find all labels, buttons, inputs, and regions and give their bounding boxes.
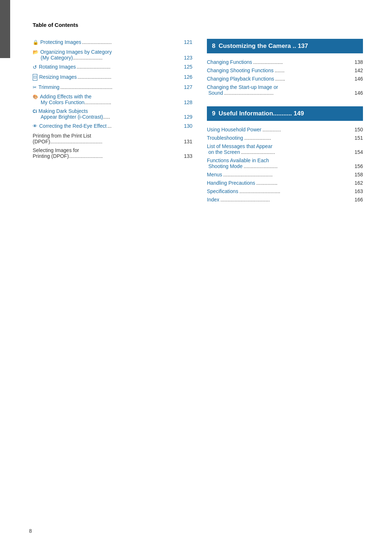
index-title: Index xyxy=(207,197,219,203)
changing-playback-title: Changing Playback Functions xyxy=(207,76,274,82)
selecting-images-subtitle: Printing (DPOF) xyxy=(33,153,69,159)
rotate-icon: ↺ xyxy=(33,64,37,71)
redeye-dots: ... xyxy=(107,123,181,130)
right-column: 8 Customizing the Camera .. 137 Changing… xyxy=(207,39,363,205)
changing-startup-page: 146 xyxy=(350,90,363,96)
menus-dots: ................................... xyxy=(222,172,350,177)
troubleshooting-dots: ................... xyxy=(243,135,350,141)
toc-item-specifications: Specifications .........................… xyxy=(207,188,363,194)
rotating-images-text-area: Rotating Images ........................… xyxy=(39,64,192,71)
toc-item-troubleshooting: Troubleshooting ................... 151 xyxy=(207,135,363,141)
changing-playback-dots: ....... xyxy=(274,76,350,82)
changing-functions-page: 138 xyxy=(350,59,363,65)
adding-effects-page: 128 xyxy=(181,99,192,105)
section-8-num: 8 xyxy=(212,42,215,49)
table-of-contents-header: Table of Contents xyxy=(29,22,363,28)
toc-item-rotating-images: ↺ Rotating Images ......................… xyxy=(33,64,192,71)
functions-available-page: 156 xyxy=(350,163,363,169)
section-spacer xyxy=(207,98,363,106)
toc-item-handling-precautions: Handling Precautions ............... 162 xyxy=(207,180,363,186)
toc-item-index: Index ..................................… xyxy=(207,197,363,203)
functions-available-subtitle: Shooting Mode xyxy=(208,163,242,169)
toc-item-list-messages: List of Messages that Appear on the Scre… xyxy=(207,143,363,155)
section-9-box: 9 Useful Information........... 149 xyxy=(207,106,363,121)
toc-item-organizing-images: 📂 Organizing Images by Category (My Cate… xyxy=(33,49,192,61)
list-messages-dots: ........................ xyxy=(240,149,350,155)
household-power-page: 150 xyxy=(350,127,363,132)
list-messages-title: List of Messages that Appear xyxy=(207,143,273,149)
making-dark-line1: Ci Making Dark Subjects xyxy=(33,108,192,114)
selecting-images-dots: ........................ xyxy=(69,153,181,159)
changing-shooting-dots: ....... xyxy=(274,68,350,73)
resizing-images-title: Resizing Images xyxy=(39,74,77,81)
changing-shooting-page: 142 xyxy=(350,68,363,73)
trimming-title: Trimming xyxy=(38,84,60,91)
section-8-title: Customizing the Camera .. 137 xyxy=(219,42,308,49)
rotating-images-page: 125 xyxy=(181,64,192,71)
redeye-title: Correcting the Red-Eye Effect xyxy=(39,123,107,130)
section-8-box: 8 Customizing the Camera .. 137 xyxy=(207,39,363,53)
index-dots: ................................... xyxy=(219,197,350,203)
functions-available-dots: ........................ xyxy=(242,163,350,169)
section-9-title: Useful Information........... 149 xyxy=(219,110,304,117)
changing-shooting-title: Changing Shooting Functions xyxy=(207,68,274,73)
rotating-images-title: Rotating Images xyxy=(39,64,76,71)
list-messages-page: 154 xyxy=(350,149,363,155)
handling-precautions-dots: ............... xyxy=(255,180,350,186)
organizing-images-line1: 📂 Organizing Images by Category xyxy=(33,49,192,55)
colors-function-icon: 🎨 xyxy=(33,94,38,99)
printing-list-subtitle: (DPOF) xyxy=(33,139,50,144)
adding-effects-dots: ................... xyxy=(85,99,181,105)
trim-icon: ✂ xyxy=(33,84,37,91)
list-messages-line2: on the Screen ........................ 1… xyxy=(207,149,363,155)
toc-item-changing-startup: Changing the Start-up Image or Sound ...… xyxy=(207,84,363,96)
redeye-text-area: Correcting the Red-Eye Effect ... 130 xyxy=(39,123,192,130)
making-dark-line2: Appear Brighter (i-Contrast) ..... 129 xyxy=(33,114,192,120)
left-column: 🔒 Protecting Images ....................… xyxy=(33,39,192,205)
specifications-dots: ............................. xyxy=(238,188,350,194)
footer-page-number: 8 xyxy=(29,528,32,534)
icontrast-icon: Ci xyxy=(33,109,37,114)
printing-list-page: 131 xyxy=(181,139,192,144)
toc-item-redeye: 👁 Correcting the Red-Eye Effect ... 130 xyxy=(33,123,192,130)
trimming-dots: ..................................... xyxy=(60,84,181,91)
menus-title: Menus xyxy=(207,172,222,177)
resizing-images-page: 126 xyxy=(181,74,192,81)
list-messages-subtitle: on the Screen xyxy=(208,149,240,155)
organizing-images-page: 123 xyxy=(181,55,192,61)
organizing-images-line2: (My Category) ..................... 123 xyxy=(33,55,192,61)
content-area: 🔒 Protecting Images ....................… xyxy=(29,39,363,205)
changing-functions-dots: ..................... xyxy=(252,59,350,65)
toc-item-selecting-images: Selecting Images for Printing (DPOF) ...… xyxy=(33,147,192,159)
organizing-images-dots: ..................... xyxy=(73,55,181,61)
adding-effects-title: Adding Effects with the xyxy=(40,94,91,99)
toc-item-making-dark: Ci Making Dark Subjects Appear Brighter … xyxy=(33,108,192,120)
trimming-text-area: Trimming ...............................… xyxy=(38,84,192,91)
printing-list-dots: ..................................... xyxy=(50,139,181,144)
selecting-images-line2: Printing (DPOF) ........................… xyxy=(33,153,192,159)
adding-effects-subtitle: My Colors Function xyxy=(41,99,85,105)
changing-startup-title: Changing the Start-up Image or xyxy=(207,84,278,90)
household-power-dots: ............. xyxy=(261,127,350,132)
page: Table of Contents 🔒 Protecting Images ..… xyxy=(0,0,392,552)
resizing-images-dots: ........................ xyxy=(77,74,182,81)
toc-item-menus: Menus ..................................… xyxy=(207,172,363,177)
functions-available-title: Functions Available in Each xyxy=(207,158,269,163)
toc-item-protecting-images: 🔒 Protecting Images ....................… xyxy=(33,39,192,46)
redeye-icon: 👁 xyxy=(33,123,37,130)
changing-startup-dots: ................................... xyxy=(223,90,350,96)
changing-startup-subtitle: Sound xyxy=(208,90,223,96)
making-dark-title: Making Dark Subjects xyxy=(38,108,88,114)
list-messages-line1: List of Messages that Appear xyxy=(207,143,363,149)
protecting-images-page: 121 xyxy=(181,39,192,46)
toc-item-changing-shooting: Changing Shooting Functions ....... 142 xyxy=(207,68,363,73)
functions-available-line1: Functions Available in Each xyxy=(207,158,363,163)
selecting-images-title: Selecting Images for xyxy=(33,147,79,153)
making-dark-subtitle: Appear Brighter (i-Contrast) xyxy=(41,114,103,120)
resize-icon: ⊡ xyxy=(33,74,37,80)
toc-item-functions-available: Functions Available in Each Shooting Mod… xyxy=(207,158,363,169)
left-border-decoration xyxy=(0,0,10,58)
protecting-images-text-area: Protecting Images ..................... … xyxy=(40,39,192,46)
making-dark-dots: ..... xyxy=(103,114,181,120)
resizing-images-text-area: Resizing Images ........................… xyxy=(39,74,192,81)
